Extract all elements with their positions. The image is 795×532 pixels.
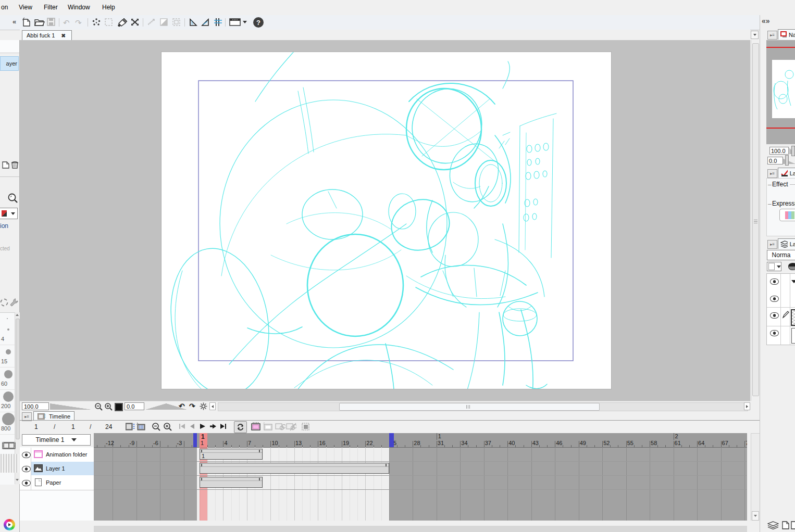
canvas-rotation-value[interactable]: 0.0 — [125, 402, 144, 410]
opacity-tool-icon[interactable] — [788, 263, 795, 270]
open-file-icon[interactable] — [34, 18, 45, 27]
zoom-out-icon[interactable] — [94, 402, 103, 411]
rotate-ccw-icon[interactable]: ↶ — [179, 402, 185, 410]
rotate-cw-icon[interactable]: ↷ — [189, 402, 195, 410]
canvas-document[interactable] — [162, 52, 611, 389]
brush-size-item[interactable]: 200 — [0, 389, 15, 412]
timeline-clip-bar[interactable] — [200, 477, 263, 488]
brush-size-item[interactable]: 60 — [0, 367, 15, 390]
timeline-zoom-in-icon[interactable] — [163, 422, 172, 431]
playback-start-marker[interactable] — [193, 433, 197, 447]
collapse-toolbar-icon[interactable]: « — [13, 18, 16, 26]
layer-visible-icon[interactable] — [770, 278, 779, 285]
close-tab-icon[interactable]: ✖ — [61, 33, 65, 39]
color-wheel-icon[interactable] — [4, 519, 15, 530]
new-item-icon[interactable] — [2, 161, 10, 169]
deselect-icon[interactable] — [92, 18, 101, 27]
transform-icon[interactable] — [130, 17, 140, 27]
menu-filter[interactable]: Filter — [44, 4, 58, 11]
timeline-zoom-out-icon[interactable] — [152, 422, 160, 431]
canvas-zoom-slider[interactable] — [50, 403, 92, 410]
go-last-frame-icon[interactable] — [220, 423, 227, 429]
brush-size-item[interactable]: 800 — [0, 412, 15, 435]
link-cels-icon[interactable] — [275, 422, 285, 431]
brush-preset-dropdown[interactable] — [0, 208, 18, 219]
shade-icon[interactable] — [159, 18, 169, 27]
timeline-horizontal-scrollbar[interactable] — [94, 526, 747, 532]
menu-view[interactable]: View — [19, 4, 32, 11]
window-capture-icon[interactable] — [229, 18, 242, 27]
playback-end-marker[interactable] — [389, 433, 394, 447]
layer-visible-icon[interactable] — [22, 466, 31, 472]
scroll-down-icon[interactable] — [754, 515, 757, 517]
canvas-hscroll-thumb[interactable] — [339, 403, 600, 411]
redo-icon[interactable]: ↷ — [75, 18, 82, 28]
next-frame-icon[interactable] — [209, 423, 217, 429]
canvas-vertical-scrollbar[interactable] — [751, 40, 760, 401]
blend-mode-dropdown[interactable]: Norma — [767, 250, 795, 260]
tool-property-search-icon[interactable] — [7, 193, 18, 204]
layer-visible-icon[interactable] — [770, 312, 779, 319]
mask-icon[interactable] — [147, 18, 156, 27]
go-first-frame-icon[interactable] — [179, 423, 185, 429]
timeline-track-row[interactable]: Layer 1 — [20, 462, 94, 476]
ruler-snap-icon[interactable] — [189, 18, 198, 27]
select-area-icon[interactable] — [104, 18, 113, 27]
canvas-zoom-value[interactable]: 100.0 — [22, 402, 49, 410]
brush-size-dot-tiny[interactable] — [7, 318, 8, 319]
canvas-horizontal-scrollbar[interactable] — [218, 402, 748, 411]
scroll-down-icon[interactable] — [16, 479, 19, 481]
menu-animation-truncated[interactable]: on — [1, 4, 8, 11]
timeline-grid[interactable]: -12-9-6-31471013161922252831343740434649… — [94, 433, 747, 521]
layer-visible-icon[interactable] — [770, 330, 779, 336]
scroll-right-button[interactable] — [744, 402, 750, 410]
play-icon[interactable] — [199, 423, 206, 429]
navigator-zoom-handle[interactable] — [791, 146, 795, 156]
unlink-cels-icon[interactable] — [286, 422, 296, 431]
film-strip-icon[interactable] — [2, 441, 16, 450]
collapse-expand-icons[interactable]: «» — [762, 17, 770, 25]
brush-size-item[interactable]: 4 — [0, 322, 15, 345]
fit-to-screen-icon[interactable] — [115, 403, 123, 411]
frame-border-icon[interactable] — [172, 18, 181, 27]
delete-trash-icon[interactable] — [10, 160, 19, 169]
grid-snap-icon[interactable] — [213, 17, 223, 27]
panel-grip-stripes[interactable] — [1, 454, 19, 473]
timeline-tab[interactable]: Timeline — [33, 411, 74, 421]
timeline-track-row[interactable]: Animation folder — [20, 448, 94, 462]
layer-thumbnail[interactable] — [791, 328, 795, 344]
timeline-current-frame[interactable]: 1 — [71, 423, 75, 430]
prev-frame-icon[interactable] — [189, 423, 195, 429]
timeline-clip-bar[interactable]: 1 — [200, 449, 263, 460]
timeline-clip-bar[interactable] — [200, 463, 389, 474]
navigator-rotation-field[interactable]: 0.0 — [767, 157, 783, 164]
layer-property-tab[interactable]: La — [778, 168, 795, 178]
timeline-track-row[interactable]: Paper — [20, 476, 94, 490]
new-file-icon[interactable] — [22, 17, 31, 27]
zoom-in-icon[interactable] — [104, 402, 113, 411]
layer-visible-icon[interactable] — [22, 480, 31, 486]
reset-view-icon[interactable] — [200, 402, 207, 410]
layers-stack-icon[interactable] — [767, 521, 779, 529]
layer-visible-icon[interactable] — [22, 452, 31, 458]
timeline-settings-icon[interactable] — [126, 423, 135, 430]
timeline-selector[interactable]: Timeline 1 — [22, 434, 91, 446]
scroll-up-icon[interactable] — [16, 314, 19, 316]
new-animation-folder-icon[interactable] — [263, 422, 274, 431]
expression-color-button[interactable] — [779, 209, 795, 221]
navigator-tab[interactable]: Na — [778, 29, 795, 40]
canvas-viewport[interactable] — [20, 40, 750, 401]
navigator-zoom-field[interactable]: 100.0 — [769, 147, 789, 155]
sidebar-item-layer-partial[interactable]: ayer — [0, 56, 19, 71]
layer-panel-menu-icon[interactable]: ▸≡ — [767, 240, 777, 249]
timeline-vertical-scrollbar[interactable] — [751, 433, 760, 521]
special-ruler-snap-icon[interactable] — [201, 18, 210, 27]
new-animation-cel-icon[interactable] — [251, 422, 262, 431]
wrench-icon[interactable] — [10, 298, 19, 307]
spinner-settings-icon[interactable] — [0, 298, 8, 307]
new-folder-icon[interactable] — [791, 521, 795, 529]
onion-skin-icon[interactable] — [301, 422, 310, 431]
layer-panel-tab[interactable]: La — [778, 238, 795, 249]
scroll-left-button[interactable] — [209, 402, 216, 410]
layer-thumbnail-selected[interactable] — [791, 309, 795, 326]
